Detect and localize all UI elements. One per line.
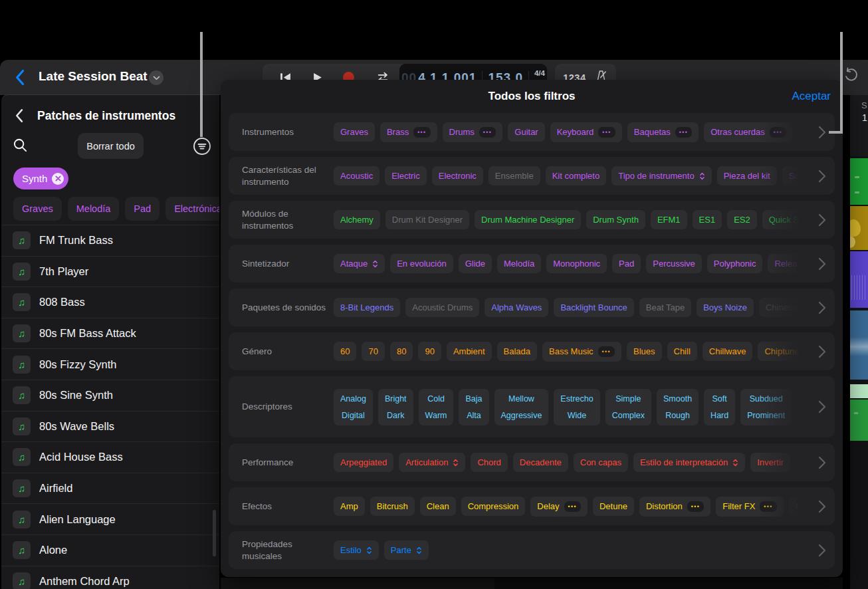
filter-pill-label[interactable]: Smooth [663,394,692,404]
filter-pill-pair[interactable]: BajaAlta [459,389,488,425]
filter-pill[interactable]: Monophonic [546,254,607,273]
filter-pill[interactable]: 90 [418,342,441,361]
category-tag[interactable]: Graves [13,197,62,221]
row-chevron-icon[interactable] [810,257,835,271]
filter-pill-label[interactable]: Complex [612,411,645,420]
filter-pill-label[interactable]: Aggressive [501,411,542,420]
filter-pill-label[interactable]: Prominent [747,411,785,420]
filter-pill[interactable]: Rhythmic [796,453,810,472]
filter-pill[interactable]: Tipo de instrumento [611,166,711,185]
filter-pill[interactable]: Kit completo [546,166,607,185]
filter-pill-pair[interactable]: SmoothRough [657,389,699,425]
filter-pill[interactable]: Brass••• [380,122,437,142]
patch-item[interactable]: ♫Alien Language [1,504,219,535]
filter-pill[interactable]: Solo [782,166,810,185]
filter-pill[interactable]: Polyphonic [707,254,763,273]
filter-pill-label[interactable]: Warm [425,411,447,420]
filter-pill[interactable]: ES2 [727,210,757,229]
filter-pill-label[interactable]: Non-Tonal [804,411,810,420]
filter-pill[interactable]: Detune [593,497,634,516]
filter-pill-label[interactable]: Wide [568,411,586,420]
filter-pill[interactable]: Acoustic [334,166,380,185]
filter-pill[interactable]: Chiptune [758,342,806,361]
accept-button[interactable]: Aceptar [792,90,831,103]
track-clip[interactable] [850,251,868,308]
filter-pill[interactable]: Otras cuerdas••• [704,122,793,142]
back-chevron-button[interactable] [15,69,25,86]
filter-pill[interactable]: Pad [612,254,641,273]
filter-pill-label[interactable]: Estrecho [560,394,593,404]
filter-pill[interactable]: Drums••• [443,122,503,142]
filter-pill[interactable]: Alchemy [334,210,380,229]
more-options-icon[interactable]: ••• [687,501,704,512]
category-tag[interactable]: Melodía [68,197,120,221]
filter-pill[interactable]: Melodía [497,254,541,273]
filter-pill-pair[interactable]: BrightDark [378,389,413,425]
row-chevron-icon[interactable] [810,213,835,227]
filter-icon[interactable] [193,137,211,156]
patch-item[interactable]: ♫80s Sine Synth [1,380,219,412]
scrollbar-thumb[interactable] [213,510,216,556]
filter-pill[interactable]: Chillwave [703,342,753,361]
row-chevron-icon[interactable] [810,456,835,469]
category-tag[interactable]: Electrónica [165,197,219,221]
filter-pill[interactable]: Decadente [513,453,568,472]
filter-pill[interactable]: 80 [390,342,413,361]
filter-pill-pair[interactable]: ColdWarm [419,389,454,425]
filter-pill[interactable]: Chill [667,342,697,361]
filter-pill[interactable]: Drum Synth [586,210,645,229]
category-tag[interactable]: Pad [125,197,160,221]
filter-pill[interactable]: Quick Sampler [762,210,810,229]
track-solo-fragment[interactable]: S [861,100,867,110]
filter-pill[interactable]: Chinese Traditiona [759,298,810,317]
row-chevron-icon[interactable] [810,170,835,183]
filter-pill[interactable]: Electronic [432,166,483,185]
filter-pill-label[interactable]: Analog [340,394,366,404]
filter-pill[interactable]: Clean [420,497,456,516]
filter-pill[interactable]: 60 [334,342,356,361]
row-chevron-icon[interactable] [810,544,835,557]
filter-pill[interactable]: Beat Tape [639,298,691,317]
row-chevron-icon[interactable] [810,301,835,314]
filter-pill[interactable]: Compression [461,497,526,516]
search-icon[interactable] [13,138,28,153]
track-clip[interactable] [850,206,868,250]
filter-pill-pair[interactable]: AnalogDigital [334,389,373,425]
filter-pill[interactable]: Chord [471,453,507,472]
filter-pill-label[interactable]: Soft [712,394,727,404]
filter-pill[interactable]: Filter FX••• [716,497,784,517]
filter-pill[interactable]: Delay••• [530,497,588,517]
filter-pill[interactable]: Ataque [334,254,385,273]
filter-pill[interactable]: Baquetas••• [627,122,699,142]
filter-pill[interactable]: Drum Machine Designer [475,210,581,229]
patch-item[interactable]: ♫Airfield [1,473,219,505]
filter-pill-label[interactable]: Bright [385,394,407,404]
filter-pill[interactable]: Alpha Waves [485,298,548,317]
filter-pill-pair[interactable]: TonalNon-Tonal [797,389,810,425]
more-options-icon[interactable]: ••• [675,127,692,138]
more-options-icon[interactable]: ••• [564,501,581,512]
filter-pill[interactable]: Balada [497,342,537,361]
filter-pill-label[interactable]: Baja [465,394,482,404]
filter-pill[interactable]: Electric [385,166,427,185]
filter-pill-pair[interactable]: MellowAggressive [494,389,549,425]
filter-pill[interactable]: Release [768,254,810,273]
filter-pill[interactable]: Keyboard••• [550,122,622,142]
filter-pill[interactable]: Ambient [447,342,492,361]
filter-pill-pair[interactable]: SoftHard [704,389,735,425]
filter-pill-label[interactable]: Cold [427,394,445,404]
project-menu-chevron-icon[interactable] [149,70,163,85]
patch-item[interactable]: ♫7th Player [1,257,219,288]
row-chevron-icon[interactable] [810,345,835,358]
filter-pill[interactable]: Percussio [798,122,810,142]
more-options-icon[interactable]: ••• [770,127,786,138]
filter-pill-label[interactable]: Simple [615,394,641,404]
filter-pill[interactable]: Distortion••• [639,497,710,517]
filter-pill-pair[interactable]: EstrechoWide [554,389,599,425]
track-clip[interactable] [850,384,868,398]
filter-pill-pair[interactable]: SimpleComplex [605,389,651,425]
filter-pill[interactable]: Graves [334,122,375,142]
filter-pill[interactable]: Gate FX [789,497,810,516]
filter-pill[interactable]: Glide [459,254,492,273]
more-options-icon[interactable]: ••• [479,127,496,138]
